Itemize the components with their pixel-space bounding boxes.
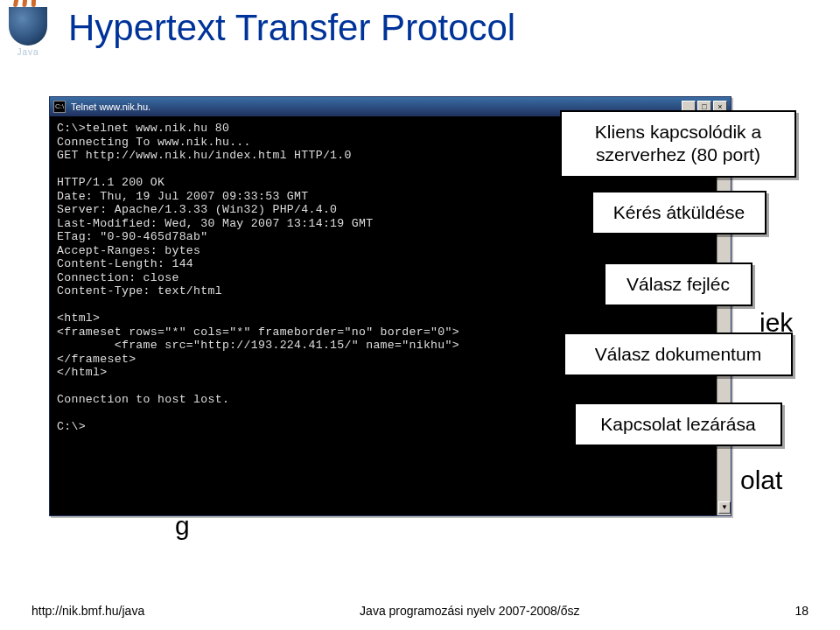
annotation-connection-close: Kapcsolat lezárása (574, 402, 782, 446)
scroll-down-button[interactable]: ▼ (718, 501, 731, 514)
java-logo: Java (7, 7, 49, 58)
steam-icon (14, 0, 40, 7)
coffee-cup-icon (9, 7, 47, 46)
page-title: Hypertext Transfer Protocol (68, 7, 515, 49)
slide: Java Hypertext Transfer Protocol iek ola… (0, 0, 840, 630)
obscured-text-2: olat (740, 466, 782, 495)
footer-page-number: 18 (794, 604, 808, 618)
window-title: Telnet www.nik.hu. (71, 102, 150, 112)
cmd-icon: C:\ (53, 101, 66, 113)
footer-center: Java programozási nyelv 2007-2008/ősz (144, 604, 794, 618)
annotation-request: Kérés átküldése (592, 191, 766, 234)
footer-url: http://nik.bmf.hu/java (32, 604, 144, 618)
annotation-response-document: Válasz dokumentum (564, 332, 793, 376)
logo-label: Java (7, 47, 49, 57)
annotation-connect: Kliens kapcsolódik a szerverhez (80 port… (560, 110, 796, 178)
annotation-response-header: Válasz fejléc (604, 262, 752, 306)
footer: http://nik.bmf.hu/java Java programozási… (0, 604, 840, 618)
